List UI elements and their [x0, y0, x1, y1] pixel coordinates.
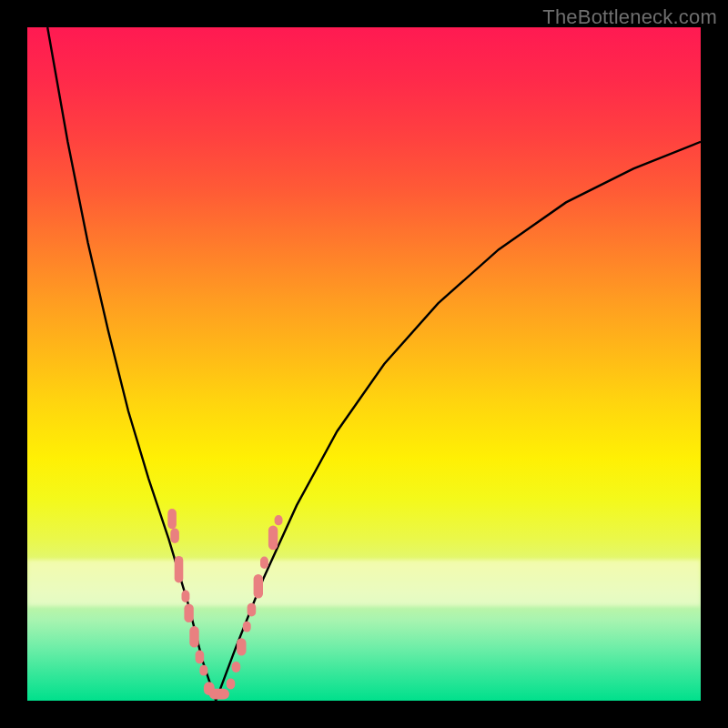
marker-12 [237, 638, 246, 655]
marker-18 [275, 515, 283, 525]
marker-10 [227, 679, 236, 690]
marker-15 [254, 574, 263, 599]
marker-6 [196, 651, 205, 664]
marker-2 [175, 556, 184, 583]
attribution-text: TheBottleneck.com [542, 5, 717, 29]
marker-14 [248, 603, 257, 617]
curve-layer [27, 27, 701, 701]
left-branch [47, 27, 216, 701]
marker-7 [199, 665, 207, 676]
marker-3 [182, 591, 190, 602]
marker-16 [260, 557, 268, 569]
marker-0 [167, 509, 177, 529]
marker-17 [268, 526, 278, 551]
marker-11 [232, 662, 241, 672]
marker-1 [170, 529, 179, 543]
chart-frame: TheBottleneck.com [0, 0, 728, 728]
marker-4 [184, 603, 193, 622]
plot-area [27, 27, 701, 701]
right-branch [216, 142, 701, 701]
marker-13 [243, 622, 251, 632]
marker-group [167, 509, 282, 699]
marker-9 [209, 689, 229, 700]
marker-5 [189, 626, 198, 648]
